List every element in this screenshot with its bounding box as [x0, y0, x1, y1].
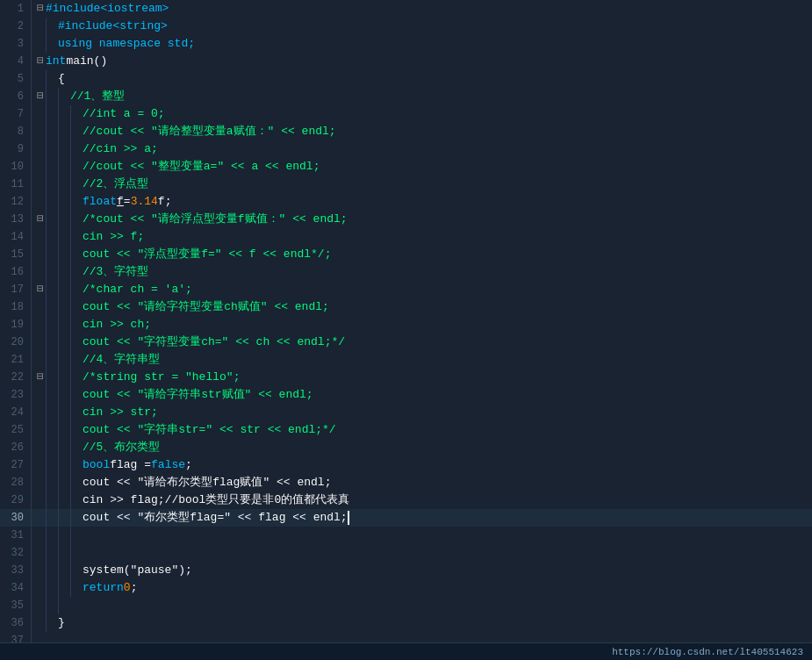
line-number: 9 [0, 140, 31, 158]
code-line: cout << "布尔类型flag=" << flag << endl; [32, 509, 812, 527]
fold-placeholder [35, 474, 46, 491]
fold-placeholder [35, 527, 46, 544]
code-line: cout << "字符型变量ch=" << ch << endl;*/ [32, 334, 812, 351]
line-number: 14 [0, 228, 31, 246]
line-number: 30 [0, 509, 31, 527]
line-number: 20 [0, 334, 31, 351]
fold-placeholder [35, 158, 46, 176]
fold-icon[interactable]: ⊟ [35, 53, 46, 70]
code-line: { [32, 70, 812, 88]
line-number: 34 [0, 579, 31, 597]
fold-placeholder [35, 263, 46, 281]
code-token: cin >> str; [83, 404, 158, 421]
code-line: ⊟int main() [32, 53, 812, 70]
line-number: 35 [0, 597, 31, 614]
code-token: flag = [110, 456, 151, 474]
line-number: 7 [0, 105, 31, 123]
line-number: 36 [0, 614, 31, 632]
fold-placeholder [35, 562, 46, 579]
code-token: //cout << "请给整型变量a赋值：" << endl; [83, 123, 336, 140]
code-token: //2、浮点型 [83, 176, 148, 193]
code-token: //5、布尔类型 [83, 439, 160, 456]
line-number: 21 [0, 351, 31, 369]
code-content[interactable]: ⊟#include<iostream> #include<string> usi… [32, 0, 812, 642]
code-token: //cout << "整型变量a=" << a << endl; [83, 158, 320, 176]
line-number: 22 [0, 369, 31, 386]
code-line: using namespace std; [32, 35, 812, 53]
code-line: } [32, 614, 812, 632]
code-token: cout << "请给字符串str赋值" << endl; [83, 386, 313, 404]
code-token: #include<iostream> [46, 0, 169, 18]
line-number: 15 [0, 246, 31, 263]
fold-icon[interactable]: ⊟ [35, 369, 46, 386]
code-token: 3.14 [131, 193, 158, 211]
code-token: cout << "布尔类型flag=" << flag << endl; [83, 509, 348, 527]
fold-placeholder [35, 176, 46, 193]
code-line: //3、字符型 [32, 263, 812, 281]
code-area[interactable]: 1234567891011121314151617181920212223242… [0, 0, 812, 642]
code-line: //2、浮点型 [32, 176, 812, 193]
code-line [32, 527, 812, 544]
code-token: //1、整型 [70, 88, 125, 105]
code-line: cout << "请给布尔类型flag赋值" << endl; [32, 474, 812, 491]
fold-placeholder [35, 597, 46, 614]
code-line: //5、布尔类型 [32, 439, 812, 456]
code-line: #include<string> [32, 18, 812, 35]
line-number: 2 [0, 18, 31, 35]
code-token: = [124, 193, 131, 211]
fold-placeholder [35, 614, 46, 632]
fold-placeholder [35, 193, 46, 211]
fold-placeholder [35, 35, 46, 53]
code-line: //int a = 0; [32, 105, 812, 123]
line-number: 18 [0, 298, 31, 316]
code-token: using namespace std; [58, 35, 195, 53]
code-token: #include<string> [58, 18, 168, 35]
code-token: float [83, 193, 117, 211]
code-line: ⊟/*cout << "请给浮点型变量f赋值：" << endl; [32, 211, 812, 228]
fold-placeholder [35, 509, 46, 527]
fold-placeholder [35, 579, 46, 597]
fold-icon[interactable]: ⊟ [35, 0, 46, 18]
code-token: f; [158, 193, 172, 211]
fold-placeholder [35, 298, 46, 316]
footer-url: https://blog.csdn.net/lt405514623 [612, 647, 803, 657]
code-token: cin >> ch; [83, 316, 151, 334]
fold-placeholder [35, 18, 46, 35]
line-number: 10 [0, 158, 31, 176]
code-token: { [58, 70, 65, 88]
fold-placeholder [35, 491, 46, 509]
code-token: //cin >> a; [83, 140, 158, 158]
line-number: 32 [0, 544, 31, 562]
fold-placeholder [35, 544, 46, 562]
line-number: 24 [0, 404, 31, 421]
code-token: //int a = 0; [83, 105, 165, 123]
code-line: //cin >> a; [32, 140, 812, 158]
fold-placeholder [35, 439, 46, 456]
line-number: 27 [0, 456, 31, 474]
fold-placeholder [35, 105, 46, 123]
fold-icon[interactable]: ⊟ [35, 211, 46, 228]
fold-icon[interactable]: ⊟ [35, 281, 46, 298]
fold-placeholder [35, 632, 46, 642]
code-token: /*cout << "请给浮点型变量f赋值：" << endl; [83, 211, 348, 228]
line-number: 3 [0, 35, 31, 53]
code-token: } [58, 614, 65, 632]
fold-placeholder [35, 140, 46, 158]
line-number: 17 [0, 281, 31, 298]
line-numbers: 1234567891011121314151617181920212223242… [0, 0, 32, 642]
footer: https://blog.csdn.net/lt405514623 [0, 642, 812, 660]
fold-icon[interactable]: ⊟ [35, 88, 46, 105]
code-token: cout << "字符型变量ch=" << ch << endl;*/ [83, 334, 345, 351]
cursor [348, 511, 349, 525]
fold-placeholder [35, 334, 46, 351]
line-number: 4 [0, 53, 31, 70]
line-number: 25 [0, 421, 31, 439]
fold-placeholder [35, 456, 46, 474]
code-token: cout << "浮点型变量f=" << f << endl*/; [83, 246, 331, 263]
code-token: /*string str = "hello"; [83, 369, 240, 386]
code-line: cin >> str; [32, 404, 812, 421]
line-number: 5 [0, 70, 31, 88]
code-token: cout << "字符串str=" << str << endl;*/ [83, 421, 336, 439]
code-token: ; [185, 456, 192, 474]
fold-placeholder [35, 123, 46, 140]
